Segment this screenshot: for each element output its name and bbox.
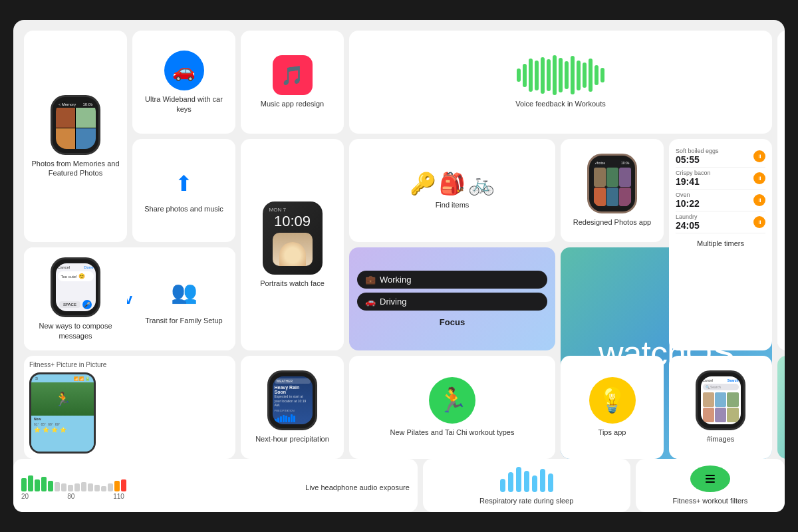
weather-watch: WEATHER Heavy Rain Soon Expected to star…	[267, 370, 317, 430]
tips-cell: 💡 Tips app	[561, 356, 664, 459]
contacts-cell: Contacts app	[777, 247, 785, 350]
pilates-cell: 🏃 New Pilates and Tai Chi workout types	[349, 356, 555, 459]
photos-memories-label: Photos from Memories and Featured Photos	[31, 159, 120, 178]
focus-cell: 💼 Working 🚗 Driving Focus	[349, 247, 555, 350]
photos-redesigned-watch: Photos10:09	[587, 154, 637, 213]
focus-driving-label: Driving	[380, 297, 406, 307]
timer-row-4: Laundry 24:05 ⏸	[676, 211, 765, 233]
voice-feedback-label: Voice feedback in Workouts	[515, 99, 606, 108]
audio-max: 110	[113, 493, 124, 500]
audio-mid: 80	[67, 493, 74, 500]
timer-pause-1[interactable]: ⏸	[753, 150, 765, 162]
compose-watch: CancelDone Too cute! 😊 SPACE 🎤	[51, 257, 100, 317]
weather-tag: WEATHER	[275, 378, 311, 384]
portraits-face-cell: MON 7 10:09 Portraits watch face	[241, 139, 344, 350]
bottom-row: 20 80 110 Live headphone audio exposure …	[13, 459, 785, 512]
fitness-filters-label: Fitness+ workout filters	[672, 496, 747, 505]
timers-cell: Soft boiled eggs 05:55 ⏸ Crispy bacon 19…	[669, 139, 772, 350]
audio-min: 20	[21, 493, 29, 500]
images-label: #images	[707, 434, 735, 444]
timer-pause-2[interactable]: ⏸	[753, 172, 765, 184]
phone-device: S📶 📶 🔋 🏃 Now 61°65°68°69° ⭐⭐⭐⭐	[29, 372, 96, 454]
timer-row-1: Soft boiled eggs 05:55 ⏸	[676, 146, 765, 168]
audio-exposure-cell: 20 80 110 Live headphone audio exposure	[13, 459, 418, 512]
photos-memories-cell: < Memory10:09 Photos from Memories and F…	[24, 31, 127, 242]
find-items-icons: 🔑 🎒 🚲	[410, 171, 495, 196]
timers-label: Multiple timers	[676, 239, 765, 248]
music-icon: 🎵	[273, 55, 313, 95]
compose-messages-cell: CancelDone Too cute! 😊 SPACE 🎤 New ways …	[24, 247, 127, 350]
features-grid: < Memory10:09 Photos from Memories and F…	[24, 31, 774, 501]
waveform	[517, 55, 604, 95]
pilates-label: New Pilates and Tai Chi workout types	[390, 428, 515, 437]
focus-driving: 🚗 Driving	[357, 293, 547, 311]
find-items-label: Find items	[436, 200, 469, 209]
music-redesign-cell: 🎵 Music app redesign	[241, 31, 344, 134]
main-container: < Memory10:09 Photos from Memories and F…	[13, 20, 785, 512]
compose-messages-label: New ways to compose messages	[31, 321, 120, 340]
focus-working: 💼 Working	[357, 271, 547, 289]
tips-icon: 💡	[589, 377, 636, 424]
car-keys-label: Ultra Wideband with car keys	[139, 94, 229, 114]
tips-label: Tips app	[598, 428, 626, 437]
fitness-pip-label: Fitness+ Picture in Picture	[29, 361, 106, 368]
music-label: Music app redesign	[261, 99, 324, 108]
timer-row-3: Oven 10:22 ⏸	[676, 190, 765, 211]
mindfulness-cell: Mindfulness app	[777, 356, 785, 459]
photos-redesigned-label: Redesigned Photos app	[573, 217, 651, 227]
images-cell: CancelSearch 🔍 Search #images	[669, 356, 772, 459]
timer-row-2: Crispy bacon 19:41 ⏸	[676, 168, 765, 190]
car-keys-cell: 🚗 Ultra Wideband with car keys	[132, 31, 235, 134]
watch-device: < Memory10:09	[51, 95, 100, 155]
pilates-icon: 🏃	[429, 377, 475, 424]
transit-family-cell: 👥 Transit for Family Setup	[132, 247, 235, 350]
timer-pause-3[interactable]: ⏸	[753, 194, 765, 206]
voice-feedback-cell: Voice feedback in Workouts	[349, 31, 772, 134]
share-photos-cell: ⬆ Share photos and music	[132, 139, 235, 242]
timer-pause-4[interactable]: ⏸	[753, 216, 765, 228]
fitness-filters-cell: ≡ Fitness+ workout filters	[636, 459, 785, 512]
share-icon: ⬆	[168, 167, 201, 200]
respiratory-cell: Respiratory rate during sleep	[423, 459, 630, 512]
transit-icon: 👥	[164, 272, 204, 312]
find-items-cell: 🔑 🎒 🚲 Find items	[349, 139, 555, 242]
focus-label: Focus	[357, 317, 547, 327]
fitness-filter-icon: ≡	[690, 466, 730, 492]
fitness-pip-cell: Fitness+ Picture in Picture S📶 📶 🔋 🏃 Now…	[24, 356, 235, 459]
photos-redesigned-cell: Photos10:09 Redesigned Photos app	[561, 139, 664, 242]
audio-exposure-label: Live headphone audio exposure	[305, 483, 410, 492]
car-icon: 🚗	[164, 51, 204, 90]
respiratory-label: Respiratory rate during sleep	[479, 496, 573, 505]
portraits-face-label: Portraits watch face	[260, 279, 325, 288]
share-photos-label: Share photos and music	[144, 204, 223, 213]
focus-working-label: Working	[380, 275, 411, 285]
transit-family-label: Transit for Family Setup	[145, 316, 222, 325]
weather-watch-label: Next-hour precipitation	[255, 434, 329, 444]
weather-watch-cell: WEATHER Heavy Rain Soon Expected to star…	[241, 356, 344, 459]
respiratory-bars	[500, 466, 553, 492]
audio-bars: 20 80 110	[21, 471, 300, 500]
images-watch: CancelSearch 🔍 Search	[696, 370, 745, 430]
